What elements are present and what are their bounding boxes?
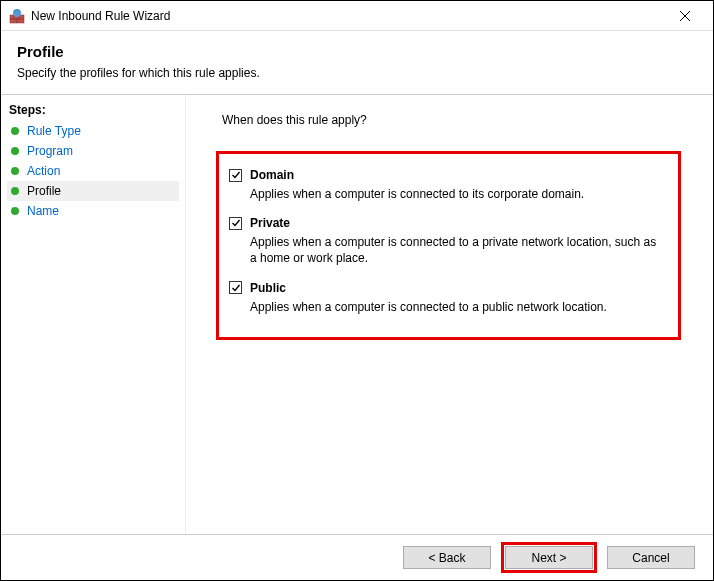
profiles-highlight: Domain Applies when a computer is connec… xyxy=(216,151,681,340)
checkbox-private[interactable] xyxy=(229,217,242,230)
profile-public-row: Public Applies when a computer is connec… xyxy=(229,281,660,315)
step-label: Rule Type xyxy=(27,124,81,138)
step-rule-type[interactable]: Rule Type xyxy=(7,121,179,141)
back-button[interactable]: < Back xyxy=(403,546,491,569)
wizard-header: Profile Specify the profiles for which t… xyxy=(1,31,713,95)
bullet-icon xyxy=(11,207,19,215)
checkbox-public-desc: Applies when a computer is connected to … xyxy=(250,299,660,315)
wizard-footer: < Back Next > Cancel xyxy=(1,534,713,580)
check-icon xyxy=(231,170,241,180)
step-label: Action xyxy=(27,164,60,178)
step-name[interactable]: Name xyxy=(7,201,179,221)
wizard-body: Steps: Rule Type Program Action Profile … xyxy=(1,95,713,534)
bullet-icon xyxy=(11,147,19,155)
page-title: Profile xyxy=(17,43,697,60)
cancel-button[interactable]: Cancel xyxy=(607,546,695,569)
main-panel: When does this rule apply? Domain Applie… xyxy=(186,95,713,534)
bullet-icon xyxy=(11,167,19,175)
step-program[interactable]: Program xyxy=(7,141,179,161)
step-label: Name xyxy=(27,204,59,218)
profile-domain-row: Domain Applies when a computer is connec… xyxy=(229,168,660,202)
checkbox-domain-desc: Applies when a computer is connected to … xyxy=(250,186,660,202)
prompt-text: When does this rule apply? xyxy=(222,113,691,127)
checkbox-domain[interactable] xyxy=(229,169,242,182)
step-label: Profile xyxy=(27,184,61,198)
step-profile[interactable]: Profile xyxy=(7,181,179,201)
close-button[interactable] xyxy=(665,2,705,30)
bullet-icon xyxy=(11,127,19,135)
window-title: New Inbound Rule Wizard xyxy=(31,9,665,23)
checkbox-private-desc: Applies when a computer is connected to … xyxy=(250,234,660,266)
steps-sidebar: Steps: Rule Type Program Action Profile … xyxy=(1,95,186,534)
wizard-window: New Inbound Rule Wizard Profile Specify … xyxy=(0,0,714,581)
step-action[interactable]: Action xyxy=(7,161,179,181)
profile-private-row: Private Applies when a computer is conne… xyxy=(229,216,660,266)
next-highlight: Next > xyxy=(501,542,597,573)
firewall-icon xyxy=(9,8,25,24)
check-icon xyxy=(231,283,241,293)
next-button[interactable]: Next > xyxy=(505,546,593,569)
bullet-icon xyxy=(11,187,19,195)
checkbox-private-label: Private xyxy=(250,216,290,230)
steps-title: Steps: xyxy=(7,103,179,117)
checkbox-public-label: Public xyxy=(250,281,286,295)
page-subtitle: Specify the profiles for which this rule… xyxy=(17,66,697,80)
check-icon xyxy=(231,218,241,228)
step-label: Program xyxy=(27,144,73,158)
titlebar: New Inbound Rule Wizard xyxy=(1,1,713,31)
close-icon xyxy=(680,11,690,21)
checkbox-domain-label: Domain xyxy=(250,168,294,182)
checkbox-public[interactable] xyxy=(229,281,242,294)
